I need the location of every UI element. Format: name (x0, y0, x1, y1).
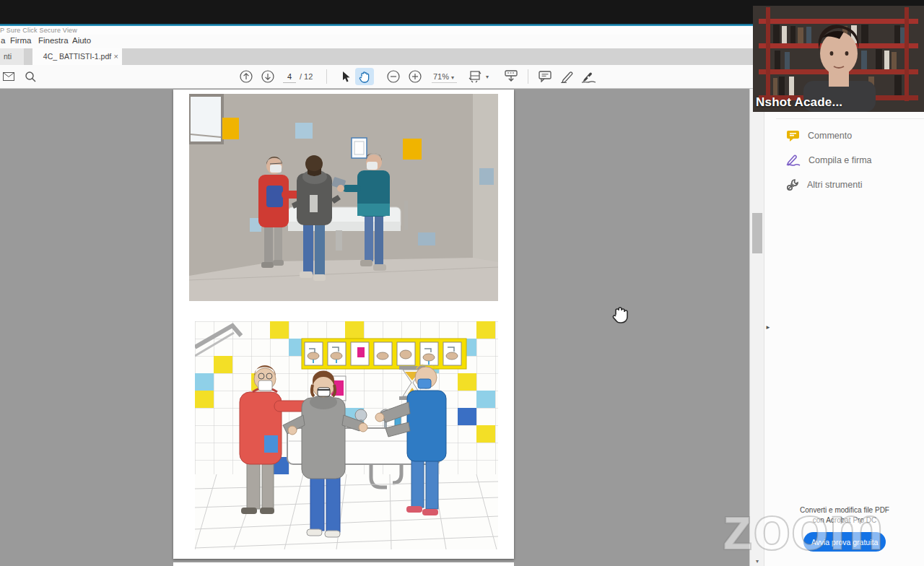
app-title: P Sure Click Secure View (0, 27, 77, 34)
panel-item-label: Compila e firma (808, 155, 872, 165)
document-scrollbar[interactable]: ▾ (749, 89, 764, 566)
toolbar-divider (528, 69, 528, 84)
hand-grab-cursor (611, 305, 629, 326)
tools-panel: ► Commento Compila e firma (764, 89, 924, 566)
webcam-participant-name: Nshot Acade... (756, 95, 842, 110)
zoom-level-select[interactable]: 71% ▾ (432, 72, 457, 83)
panel-expand-icon[interactable]: ► (765, 324, 771, 331)
menu-item-truncated[interactable]: a (1, 36, 5, 45)
tab-document[interactable]: 4C_ BATTISTI-1.pdf × (32, 48, 122, 65)
toolbar-divider (326, 69, 327, 84)
pdf-view-area[interactable] (0, 89, 749, 566)
hand-tool-icon[interactable] (355, 68, 374, 85)
fit-page-caret-icon[interactable]: ▾ (486, 74, 489, 80)
panel-item-compila-e-firma[interactable]: Compila e firma (786, 152, 872, 169)
signature-pen-icon (786, 154, 801, 166)
drawing-instruction-posters (302, 339, 466, 369)
zoom-in-icon[interactable] (408, 65, 422, 88)
panel-item-label: Commento (808, 131, 852, 141)
panel-divider (776, 118, 924, 119)
pdf-drawing-children-washing-hands (195, 321, 498, 549)
page-total-label: / 12 (300, 72, 313, 81)
zoom-level-value: 71% (433, 72, 449, 81)
next-page-icon[interactable] (261, 65, 275, 88)
menu-item-aiuto[interactable]: Aiuto (72, 36, 91, 45)
mail-icon[interactable] (2, 65, 15, 88)
panel-item-commento[interactable]: Commento (786, 127, 852, 144)
webcam-video[interactable]: Nshot Acade... (753, 6, 924, 112)
promo-text-line2: con Acrobat Pro DC (764, 516, 924, 524)
start-free-trial-button[interactable]: Avvia prova gratuita (803, 532, 886, 552)
pdf-photo-children-washing-hands (189, 94, 498, 301)
tab-document-label: 4C_ BATTISTI-1.pdf (43, 52, 111, 61)
main-content: ▾ ► Commento Compila e firma (0, 89, 924, 566)
scrollbar-down-icon[interactable]: ▾ (750, 558, 764, 565)
pdf-page-4 (173, 90, 514, 559)
menu-item-finestra[interactable]: Finestra (38, 36, 69, 45)
panel-item-altri-strumenti[interactable]: Altri strumenti (786, 176, 862, 193)
wrench-tools-icon (786, 178, 799, 191)
fit-page-icon[interactable] (468, 65, 484, 88)
comment-bubble-icon (786, 130, 800, 142)
scrollbar-thumb[interactable] (752, 213, 762, 253)
panel-item-label: Altri strumenti (807, 180, 862, 190)
highlight-tool-icon[interactable] (559, 65, 575, 88)
previous-page-icon[interactable] (239, 65, 253, 88)
tab-close-icon[interactable]: × (114, 48, 118, 65)
promo-text-line1: Converti e modifica file PDF (764, 506, 924, 514)
comment-tool-icon[interactable] (537, 65, 553, 88)
sign-tool-icon[interactable] (580, 65, 597, 88)
tab-strumenti-partial[interactable]: nti (0, 48, 24, 65)
screen-share-frame: P Sure Click Secure View a Firma Finestr… (0, 0, 924, 566)
page-number-input[interactable] (283, 70, 296, 83)
page-width-icon[interactable] (502, 65, 520, 88)
menu-item-firma[interactable]: Firma (10, 36, 31, 45)
zoom-caret-icon: ▾ (451, 74, 454, 81)
select-tool-icon[interactable] (339, 65, 354, 88)
pdf-page-next-edge (173, 562, 514, 566)
search-icon[interactable] (24, 65, 37, 88)
zoom-out-icon[interactable] (386, 65, 401, 88)
